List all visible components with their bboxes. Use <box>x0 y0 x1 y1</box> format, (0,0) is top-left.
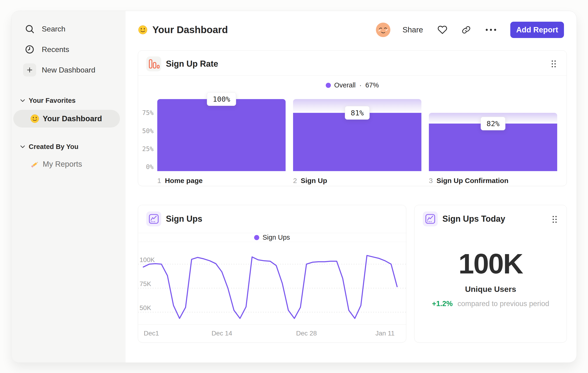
legend-dot <box>254 235 259 240</box>
clock-icon <box>24 44 35 55</box>
divider <box>138 242 406 242</box>
page-header: Your Dashboard <box>138 22 228 38</box>
step-index: 2 <box>293 177 297 184</box>
funnel-plot: 75%50%25%0%100%1Home page81%2Sign Up82%3… <box>138 50 567 186</box>
pencil-emoji-icon <box>30 160 39 169</box>
divider <box>138 233 406 233</box>
avatar[interactable] <box>376 23 390 37</box>
card-title: Sign Ups <box>166 214 202 224</box>
funnel-bar-converted <box>293 113 421 171</box>
funnel-bar[interactable] <box>157 99 286 171</box>
sign-ups-series-line <box>143 255 397 318</box>
smiley-emoji-icon <box>30 114 39 123</box>
plus-icon <box>23 63 36 76</box>
line-x-tick: Dec1 <box>144 329 159 337</box>
line-y-tick: 75K <box>139 280 151 288</box>
line-x-tick: Jan 11 <box>375 329 395 337</box>
line-x-tick: Dec 14 <box>211 329 232 337</box>
smiley-emoji-icon <box>138 25 148 35</box>
search-icon <box>24 24 35 34</box>
step-index: 1 <box>157 177 161 184</box>
card-title: Sign Ups Today <box>442 214 505 224</box>
header-controls: Share Add Report <box>376 22 564 38</box>
sidebar-item-search[interactable]: Search <box>11 22 126 36</box>
sidebar-item-recents[interactable]: Recents <box>11 42 126 57</box>
chevron-down-icon <box>20 99 25 102</box>
section-title: Created By You <box>29 143 78 151</box>
funnel-y-tick: 75% <box>138 109 154 117</box>
step-name: Home page <box>165 177 203 184</box>
sidebar-item-your-dashboard[interactable]: Your Dashboard <box>13 110 120 128</box>
sign-ups-today-card: Sign Ups Today 100K Unique Users +1.2% c… <box>414 205 567 343</box>
sidebar-item-new-dashboard[interactable]: New Dashboard <box>11 63 126 77</box>
line-plot: 100K75K50K <box>138 243 407 324</box>
sidebar-item-label: New Dashboard <box>42 66 95 74</box>
line-chart-icon <box>146 212 161 226</box>
sidebar-item-my-reports[interactable]: My Reports <box>13 155 120 173</box>
conversion-rate-tooltip: 82% <box>481 117 505 130</box>
line-legend[interactable]: Sign Ups <box>138 234 406 241</box>
conversion-rate-tooltip: 100% <box>207 92 236 106</box>
drag-handle-icon[interactable] <box>552 215 557 224</box>
desktop: Search Recents New Dashboard <box>0 0 588 373</box>
link-icon[interactable] <box>462 25 471 34</box>
section-your-favorites[interactable]: Your Favorites <box>11 95 126 106</box>
step-index: 3 <box>429 177 433 184</box>
sidebar-item-label: My Reports <box>43 160 82 169</box>
legend-label: Sign Ups <box>262 234 290 241</box>
sidebar-item-label: Search <box>42 25 65 33</box>
funnel-bar-converted <box>429 123 557 171</box>
line-x-tick: Dec 28 <box>296 329 317 337</box>
add-report-button[interactable]: Add Report <box>510 22 564 38</box>
share-button[interactable]: Share <box>402 25 423 34</box>
section-title: Your Favorites <box>29 97 76 104</box>
funnel-y-tick: 50% <box>138 127 154 135</box>
funnel-y-tick: 25% <box>138 145 154 153</box>
conversion-rate-tooltip: 81% <box>345 106 370 120</box>
sidebar: Search Recents New Dashboard <box>11 11 126 363</box>
funnel-y-tick: 0% <box>138 163 154 171</box>
funnel-bar-converted <box>157 99 286 171</box>
stat-subtitle: Unique Users <box>415 285 567 294</box>
stat-delta-row: +1.2% compared to previous period <box>415 300 567 308</box>
line-y-tick: 100K <box>139 256 155 264</box>
card-header: Sign Ups <box>146 212 202 226</box>
step-name: Sign Up Confirmation <box>437 177 508 184</box>
card-header: Sign Ups Today <box>423 212 505 226</box>
funnel-step-label: 1Home page <box>157 177 202 185</box>
heart-icon[interactable] <box>438 25 447 35</box>
delta-percentage: +1.2% <box>432 300 453 308</box>
sign-ups-line-chart <box>138 243 407 324</box>
funnel-step-label: 3Sign Up Confirmation <box>429 177 508 185</box>
line-chart-icon <box>423 212 438 226</box>
x-axis-line <box>138 324 406 324</box>
sign-ups-card: Sign Ups Sign Ups 100K75K50K Dec1Dec 14D… <box>138 205 406 343</box>
page-title: Your Dashboard <box>152 24 228 35</box>
chevron-down-icon <box>20 145 25 148</box>
funnel-step-label: 2Sign Up <box>293 177 327 185</box>
sidebar-item-label: Your Dashboard <box>43 114 102 123</box>
stat-value: 100K <box>415 248 567 280</box>
delta-note: compared to previous period <box>458 300 549 308</box>
sign-up-rate-card: Sign Up Rate Overall · 67% 75%50%25%0%10… <box>138 50 567 186</box>
section-created-by-you[interactable]: Created By You <box>11 141 126 152</box>
sidebar-item-label: Recents <box>42 45 69 54</box>
step-name: Sign Up <box>301 177 327 184</box>
app-window: Search Recents New Dashboard <box>11 11 577 363</box>
line-y-tick: 50K <box>139 304 151 312</box>
more-icon[interactable] <box>485 29 497 31</box>
